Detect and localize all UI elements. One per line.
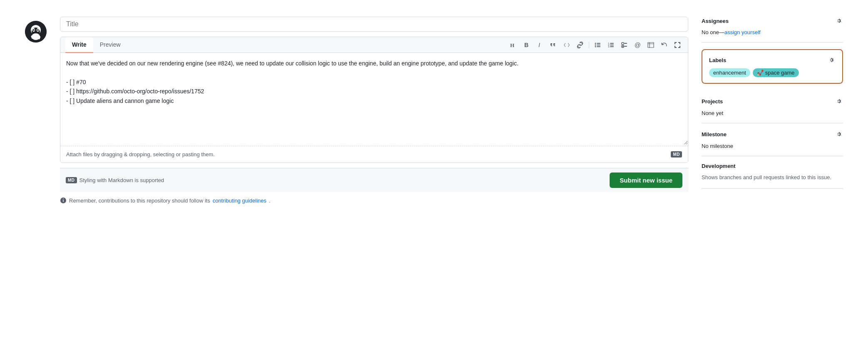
label-enhancement: enhancement	[709, 68, 750, 77]
avatar-image	[25, 21, 47, 42]
styling-md-badge: MD	[66, 177, 77, 183]
labels-title: Labels	[709, 57, 726, 63]
projects-gear-icon	[836, 98, 842, 105]
svg-rect-18	[597, 46, 600, 47]
quote-btn[interactable]	[548, 40, 559, 50]
link-btn[interactable]	[575, 40, 585, 50]
mention-btn[interactable]: @	[632, 40, 643, 50]
editor-tabs-bar: Write Preview H B I	[60, 37, 688, 53]
svg-rect-20	[610, 43, 614, 44]
md-badge: MD	[671, 151, 682, 158]
svg-rect-25	[622, 42, 624, 45]
svg-rect-26	[624, 43, 627, 44]
label-space-game-text: space game	[765, 70, 795, 76]
main-col: Update game to use new rendering engine …	[60, 17, 688, 204]
development-value: Shows branches and pull requests linked …	[702, 173, 843, 182]
editor-footer: MD Styling with Markdown is supported Su…	[60, 168, 688, 192]
development-section: Development Shows branches and pull requ…	[702, 156, 843, 189]
page-container: Update game to use new rendering engine …	[0, 8, 868, 212]
svg-rect-14	[597, 43, 600, 44]
attach-area: Attach files by dragging & dropping, sel…	[60, 146, 688, 162]
contribute-note: Remember, contributions to this reposito…	[60, 197, 688, 204]
assignees-value: No one—assign yourself	[702, 29, 843, 35]
labels-container: enhancement 🚀 space game	[709, 68, 836, 77]
toolbar-divider-1	[589, 42, 589, 48]
attach-text: Attach files by dragging & dropping, sel…	[66, 151, 215, 158]
labels-section: Labels enhancement 🚀 space game	[702, 49, 843, 84]
svg-point-5	[33, 29, 35, 31]
svg-text:B: B	[524, 42, 528, 48]
labels-gear-icon	[828, 57, 835, 63]
info-icon	[60, 197, 67, 204]
projects-title: Projects	[702, 98, 723, 105]
assignees-gear-button[interactable]	[835, 17, 843, 25]
projects-gear-button[interactable]	[835, 97, 843, 105]
heading-btn[interactable]: H	[508, 40, 519, 50]
tasklist-btn[interactable]	[619, 40, 630, 50]
projects-value: None yet	[702, 110, 723, 116]
milestone-gear-button[interactable]	[835, 130, 843, 138]
contribute-text-suffix: .	[269, 198, 270, 204]
contribute-text-prefix: Remember, contributions to this reposito…	[69, 198, 210, 204]
issue-body-textarea[interactable]: Now that we've decided on our new render…	[60, 53, 688, 145]
milestone-gear-icon	[836, 131, 842, 138]
development-header: Development	[702, 163, 843, 169]
svg-point-6	[37, 29, 39, 31]
avatar	[25, 21, 47, 42]
projects-header: Projects	[702, 97, 843, 105]
gear-icon	[836, 18, 842, 24]
assignees-title: Assignees	[702, 18, 729, 24]
svg-rect-28	[624, 46, 627, 47]
issue-title-input[interactable]: Update game to use new rendering engine	[60, 17, 688, 32]
bold-btn[interactable]: B	[521, 40, 532, 50]
milestone-value: No milestone	[702, 143, 733, 149]
tab-preview[interactable]: Preview	[93, 37, 127, 53]
undo-btn[interactable]	[659, 40, 670, 50]
milestone-section: Milestone No milestone	[702, 123, 843, 156]
svg-text:H: H	[510, 42, 514, 48]
svg-point-13	[595, 42, 596, 44]
svg-rect-16	[597, 45, 600, 45]
svg-point-15	[595, 44, 596, 45]
assignees-header: Assignees	[702, 17, 843, 25]
editor-toolbar: H B I	[508, 37, 683, 52]
code-btn[interactable]	[561, 40, 572, 50]
projects-section: Projects None yet	[702, 90, 843, 123]
svg-point-17	[595, 46, 596, 47]
assign-yourself-link[interactable]: assign yourself	[724, 29, 761, 35]
svg-rect-24	[610, 46, 614, 47]
ordered-list-btn[interactable]: 1. 2. 3.	[606, 40, 617, 50]
italic-btn[interactable]: I	[535, 40, 546, 50]
development-title: Development	[702, 163, 736, 169]
bullet-list-btn[interactable]	[593, 40, 603, 50]
milestone-header: Milestone	[702, 130, 843, 138]
svg-text:3.: 3.	[608, 45, 610, 48]
styling-note: MD Styling with Markdown is supported	[66, 177, 164, 183]
editor-box: Write Preview H B I	[60, 37, 688, 163]
cross-reference-btn[interactable]	[645, 40, 656, 50]
submit-new-issue-button[interactable]: Submit new issue	[610, 172, 682, 188]
svg-text:I: I	[538, 42, 540, 48]
svg-rect-22	[610, 45, 614, 45]
milestone-title: Milestone	[702, 131, 727, 138]
labels-gear-button[interactable]	[827, 56, 836, 64]
tab-write[interactable]: Write	[65, 37, 93, 53]
label-space-game: 🚀 space game	[753, 68, 799, 77]
assignees-section: Assignees No one—assign yourself	[702, 17, 843, 42]
sidebar-col: Assignees No one—assign yourself Labels	[702, 17, 843, 189]
contributing-guidelines-link[interactable]: contributing guidelines	[213, 198, 266, 204]
label-space-game-emoji: 🚀	[757, 70, 764, 76]
labels-header: Labels	[709, 56, 836, 64]
avatar-col	[25, 17, 47, 42]
fullscreen-btn[interactable]	[672, 40, 683, 50]
